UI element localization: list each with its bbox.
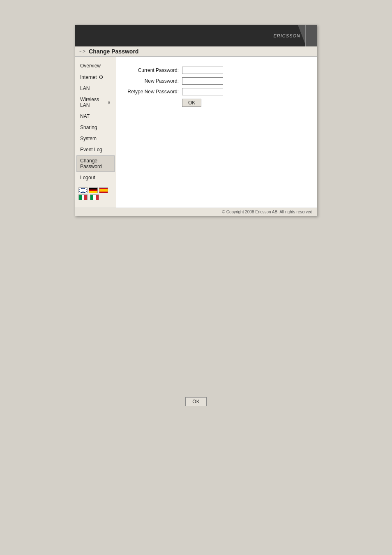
- nav-bar: ···> Change Password: [75, 46, 317, 57]
- sidebar-item-label-overview: Overview: [80, 63, 101, 69]
- header-bar-accent: [305, 25, 317, 46]
- current-password-label: Current Password:: [125, 67, 182, 73]
- footer: © Copyright 2008 Ericsson AB. All rights…: [75, 208, 317, 216]
- flags-area: [75, 183, 116, 204]
- standalone-ok-button[interactable]: OK: [185, 397, 206, 406]
- sidebar-item-sharing[interactable]: Sharing: [76, 122, 115, 133]
- flag-it[interactable]: [78, 194, 88, 200]
- sidebar-item-logout[interactable]: Logout: [76, 172, 115, 183]
- ok-button-row: OK: [125, 99, 309, 107]
- sidebar-item-internet[interactable]: Internet ⚙: [76, 72, 115, 83]
- sidebar-item-label-logout: Logout: [80, 175, 95, 180]
- page-title: Change Password: [89, 48, 138, 55]
- wireless-icon: ♀: [107, 99, 111, 106]
- retype-password-input[interactable]: [182, 88, 223, 95]
- flag-uk[interactable]: [78, 187, 88, 193]
- sidebar-item-label-wireless-lan: Wireless LAN: [80, 97, 105, 108]
- router-ui: ERICSSON ···> Change Password Overview I…: [75, 25, 317, 216]
- header: ERICSSON: [75, 25, 317, 46]
- sidebar-item-system[interactable]: System: [76, 133, 115, 144]
- sidebar-item-wireless-lan[interactable]: Wireless LAN ♀: [76, 94, 115, 111]
- change-password-form: Current Password: New Password: Retype N…: [125, 67, 309, 107]
- sidebar-item-event-log[interactable]: Event Log: [76, 144, 115, 155]
- current-password-row: Current Password:: [125, 67, 309, 74]
- nav-arrow: ···>: [78, 49, 85, 54]
- sidebar-item-label-lan: LAN: [80, 86, 90, 91]
- current-password-input[interactable]: [182, 67, 223, 74]
- main-content: Overview Internet ⚙ LAN Wireless LAN ♀ N…: [75, 57, 317, 208]
- content-panel: Current Password: New Password: Retype N…: [116, 57, 317, 208]
- sidebar-item-label-event-log: Event Log: [80, 147, 102, 153]
- retype-password-row: Retype New Password:: [125, 88, 309, 95]
- sidebar-item-label-system: System: [80, 136, 97, 141]
- new-password-input[interactable]: [182, 77, 223, 85]
- new-password-label: New Password:: [125, 78, 182, 84]
- sidebar: Overview Internet ⚙ LAN Wireless LAN ♀ N…: [75, 57, 116, 208]
- flag-es[interactable]: [99, 187, 108, 193]
- standalone-ok-wrapper: OK: [0, 397, 392, 406]
- header-diagonal-accent: [298, 25, 306, 46]
- sidebar-item-label-change-password: Change Password: [80, 158, 111, 169]
- ericsson-brand: ERICSSON: [274, 33, 300, 38]
- sidebar-item-label-internet: Internet: [80, 74, 97, 80]
- flag-it2[interactable]: [90, 194, 99, 200]
- sidebar-item-overview[interactable]: Overview: [76, 60, 115, 71]
- sidebar-item-label-nat: NAT: [80, 113, 90, 119]
- flag-de[interactable]: [89, 187, 98, 193]
- gear-icon: ⚙: [99, 74, 104, 80]
- sidebar-item-change-password[interactable]: Change Password: [76, 155, 115, 172]
- retype-password-label: Retype New Password:: [125, 89, 182, 95]
- sidebar-item-nat[interactable]: NAT: [76, 111, 115, 122]
- sidebar-item-lan[interactable]: LAN: [76, 83, 115, 94]
- copyright-text: © Copyright 2008 Ericsson AB. All rights…: [222, 210, 314, 214]
- header-logo: ERICSSON: [274, 33, 300, 38]
- ok-button[interactable]: OK: [182, 99, 201, 107]
- sidebar-item-label-sharing: Sharing: [80, 125, 97, 130]
- new-password-row: New Password:: [125, 77, 309, 85]
